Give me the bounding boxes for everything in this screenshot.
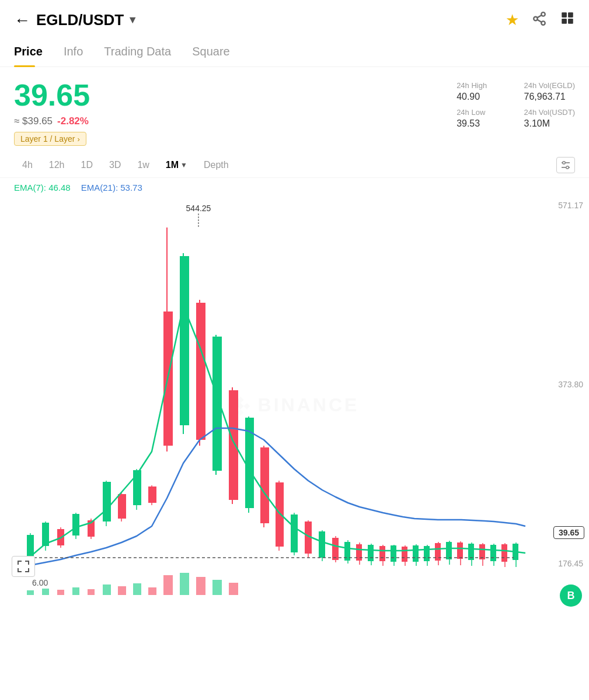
ema21-label: EMA(21): 53.73 bbox=[81, 183, 142, 192]
svg-rect-60 bbox=[319, 531, 325, 558]
svg-rect-106 bbox=[163, 575, 173, 595]
svg-rect-90 bbox=[490, 545, 496, 561]
current-price-badge: 39.65 bbox=[553, 526, 584, 539]
tab-bar: Price Info Trading Data Square bbox=[0, 39, 589, 67]
favorite-icon[interactable]: ★ bbox=[506, 11, 519, 29]
tab-trading-data[interactable]: Trading Data bbox=[93, 39, 182, 66]
svg-point-12 bbox=[566, 166, 569, 169]
tab-price[interactable]: Price bbox=[14, 39, 53, 66]
layer-chevron: › bbox=[77, 135, 79, 144]
interval-3d[interactable]: 3D bbox=[101, 156, 129, 174]
ema-labels: EMA(7): 46.48 EMA(21): 53.73 bbox=[0, 178, 589, 195]
interval-4h[interactable]: 4h bbox=[14, 156, 41, 174]
svg-rect-107 bbox=[180, 573, 189, 595]
stat-24h-low: 24h Low 39.53 bbox=[456, 108, 507, 129]
interval-1d[interactable]: 1D bbox=[73, 156, 101, 174]
svg-rect-32 bbox=[103, 482, 111, 522]
svg-line-4 bbox=[537, 15, 541, 18]
header-left: ← EGLD/USDT ▼ bbox=[14, 11, 138, 29]
main-price: 39.65 bbox=[14, 79, 90, 112]
svg-rect-88 bbox=[479, 544, 485, 559]
svg-rect-92 bbox=[501, 544, 507, 562]
svg-rect-22 bbox=[27, 535, 34, 556]
svg-rect-68 bbox=[368, 545, 374, 561]
ema7-label: EMA(7): 46.48 bbox=[14, 183, 71, 192]
tab-info[interactable]: Info bbox=[53, 39, 93, 66]
svg-rect-36 bbox=[133, 470, 141, 505]
svg-rect-109 bbox=[212, 580, 222, 595]
svg-rect-105 bbox=[148, 587, 156, 595]
interval-12h[interactable]: 12h bbox=[41, 156, 73, 174]
pair-name: EGLD/USDT bbox=[36, 11, 124, 29]
svg-rect-76 bbox=[413, 545, 419, 562]
interval-bar: 4h 12h 1D 3D 1w 1M ▼ Depth bbox=[0, 153, 589, 178]
svg-rect-52 bbox=[260, 447, 269, 523]
svg-rect-28 bbox=[72, 514, 79, 536]
price-left: 39.65 ≈ $39.65 -2.82% Layer 1 / Layer › bbox=[14, 79, 90, 146]
interval-1w[interactable]: 1w bbox=[129, 156, 157, 174]
svg-rect-103 bbox=[118, 586, 126, 595]
svg-rect-74 bbox=[402, 547, 407, 562]
interval-depth[interactable]: Depth bbox=[196, 156, 237, 174]
chart-right-axis: 571.17 373.80 176.45 bbox=[558, 195, 583, 615]
svg-rect-48 bbox=[229, 390, 238, 500]
svg-rect-78 bbox=[424, 546, 430, 561]
svg-rect-62 bbox=[332, 538, 339, 560]
chart-svg-wrapper: 571.17 373.80 176.45 BINANCE 544.25 bbox=[0, 195, 589, 615]
axis-label-mid2: 176.45 bbox=[558, 559, 583, 568]
interval-1m[interactable]: 1M ▼ bbox=[158, 156, 196, 174]
price-stats: 24h High 40.90 24h Vol(EGLD) 76,963.71 2… bbox=[456, 79, 575, 129]
tab-square[interactable]: Square bbox=[182, 39, 241, 66]
price-change: -2.82% bbox=[57, 116, 89, 127]
interval-dropdown-icon: ▼ bbox=[180, 161, 187, 169]
svg-text:6.00: 6.00 bbox=[32, 578, 48, 587]
svg-rect-56 bbox=[291, 514, 298, 552]
svg-rect-54 bbox=[276, 482, 284, 547]
expand-button[interactable] bbox=[12, 556, 35, 577]
svg-rect-99 bbox=[57, 590, 64, 595]
header: ← EGLD/USDT ▼ ★ bbox=[0, 0, 589, 37]
price-section: 39.65 ≈ $39.65 -2.82% Layer 1 / Layer › … bbox=[0, 67, 589, 153]
stat-vol-usdt: 24h Vol(USDT) 3.10M bbox=[524, 108, 575, 129]
svg-rect-6 bbox=[568, 12, 573, 18]
svg-rect-101 bbox=[88, 589, 95, 595]
svg-rect-7 bbox=[562, 19, 567, 24]
svg-rect-38 bbox=[148, 487, 156, 503]
svg-rect-8 bbox=[568, 19, 573, 24]
candlestick-chart: 544.25 bbox=[0, 195, 560, 603]
svg-rect-84 bbox=[457, 542, 463, 559]
svg-point-11 bbox=[563, 162, 565, 164]
back-button[interactable]: ← bbox=[14, 12, 30, 29]
price-usd-row: ≈ $39.65 -2.82% bbox=[14, 116, 90, 127]
share-icon[interactable] bbox=[532, 11, 547, 30]
svg-rect-100 bbox=[72, 587, 79, 595]
svg-rect-104 bbox=[133, 583, 141, 595]
svg-rect-102 bbox=[103, 584, 111, 595]
svg-rect-82 bbox=[446, 542, 452, 559]
svg-rect-5 bbox=[562, 12, 567, 18]
price-usd-value: ≈ $39.65 bbox=[14, 116, 53, 127]
stat-24h-high: 24h High 40.90 bbox=[456, 81, 507, 102]
layer-badge[interactable]: Layer 1 / Layer › bbox=[14, 132, 86, 146]
svg-rect-98 bbox=[42, 589, 49, 595]
chart-settings-button[interactable] bbox=[556, 157, 575, 173]
pair-chevron: ▼ bbox=[127, 14, 138, 26]
svg-rect-44 bbox=[196, 303, 205, 440]
pair-title[interactable]: EGLD/USDT ▼ bbox=[36, 11, 138, 29]
axis-label-mid1: 373.80 bbox=[558, 380, 583, 389]
binance-b-button[interactable]: B bbox=[560, 584, 582, 607]
svg-line-3 bbox=[537, 19, 541, 22]
axis-label-top: 571.17 bbox=[558, 201, 583, 210]
svg-rect-97 bbox=[27, 590, 34, 595]
svg-text:544.25: 544.25 bbox=[186, 204, 211, 213]
svg-rect-66 bbox=[356, 544, 362, 561]
svg-rect-108 bbox=[196, 577, 205, 595]
header-icons: ★ bbox=[506, 10, 575, 30]
svg-rect-42 bbox=[180, 256, 189, 425]
stat-vol-egld: 24h Vol(EGLD) 76,963.71 bbox=[524, 81, 575, 102]
svg-rect-110 bbox=[229, 583, 238, 595]
layout-icon[interactable] bbox=[560, 10, 575, 30]
chart-area[interactable]: EMA(7): 46.48 EMA(21): 53.73 571.17 373.… bbox=[0, 178, 589, 621]
svg-rect-34 bbox=[118, 494, 126, 519]
svg-rect-72 bbox=[391, 545, 396, 562]
